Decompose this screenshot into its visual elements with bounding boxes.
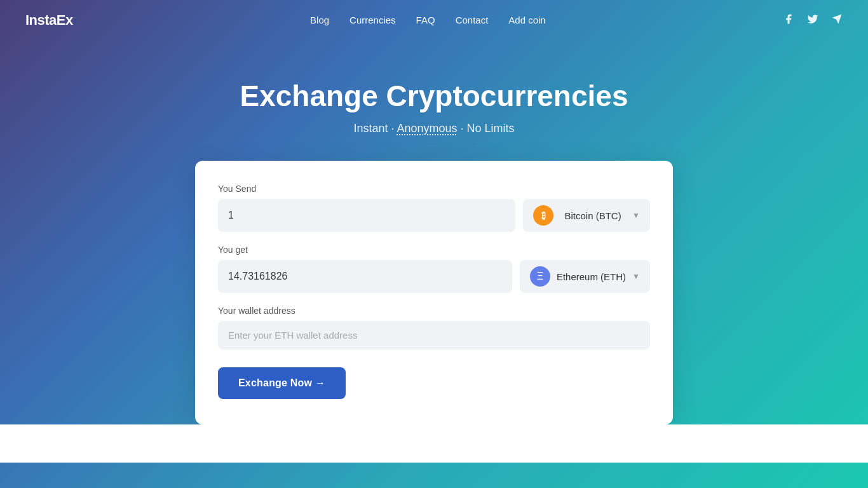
telegram-icon[interactable] [831,13,843,28]
social-icons [783,13,843,28]
nav-faq[interactable]: FAQ [416,15,435,25]
nav-links: Blog Currencies FAQ Contact Add coin [310,15,546,26]
hero-title: Exchange Cryptocurrencies [13,79,855,113]
exchange-now-button[interactable]: Exchange Now → [218,367,346,399]
wallet-address-input[interactable] [218,321,650,349]
hero-subtitle: Instant · Anonymous · No Limits [13,122,855,135]
logo: InstaEx [25,12,73,29]
send-currency-name: Bitcoin (BTC) [560,210,626,221]
send-group: You Send ₿ Bitcoin (BTC) ▼ [218,184,650,232]
get-input-row: Ξ Ethereum (ETH) ▼ [218,260,650,293]
nav-blog[interactable]: Blog [310,15,329,25]
nav-contact[interactable]: Contact [456,15,489,25]
hero-subtitle-after: · No Limits [458,122,515,135]
twitter-icon[interactable] [807,13,818,28]
send-amount-input[interactable] [218,199,515,232]
btc-icon: ₿ [533,205,553,226]
hero-subtitle-anonymous: Anonymous [397,122,457,135]
send-chevron-icon: ▼ [632,211,640,220]
footer-area [0,424,868,463]
get-currency-name: Ethereum (ETH) [557,271,626,282]
wallet-label: Your wallet address [218,306,650,316]
get-currency-selector[interactable]: Ξ Ethereum (ETH) ▼ [520,260,650,293]
get-label: You get [218,245,650,255]
send-label: You Send [218,184,650,194]
facebook-icon[interactable] [783,13,794,28]
eth-icon: Ξ [530,266,550,287]
wallet-group: Your wallet address [218,306,650,349]
get-chevron-icon: ▼ [632,272,640,281]
send-input-row: ₿ Bitcoin (BTC) ▼ [218,199,650,232]
nav-currencies[interactable]: Currencies [349,15,396,25]
nav-add-coin[interactable]: Add coin [508,15,545,25]
hero-section: Exchange Cryptocurrencies Instant · Anon… [0,41,868,161]
send-currency-selector[interactable]: ₿ Bitcoin (BTC) ▼ [523,199,650,232]
hero-subtitle-before: Instant · [353,122,397,135]
get-group: You get Ξ Ethereum (ETH) ▼ [218,245,650,293]
exchange-card: You Send ₿ Bitcoin (BTC) ▼ You get Ξ Eth… [195,161,673,424]
get-amount-input[interactable] [218,260,512,293]
navbar: InstaEx Blog Currencies FAQ Contact Add … [0,0,868,41]
